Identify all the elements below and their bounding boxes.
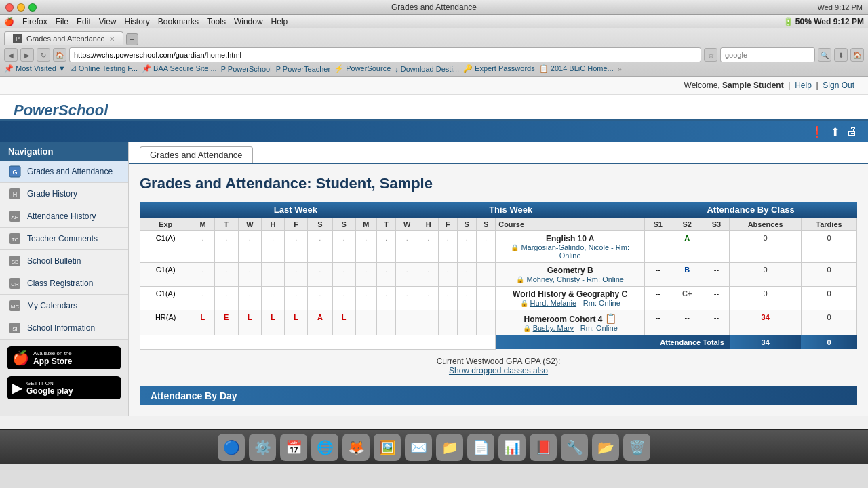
school-bulletin-icon: SB bbox=[8, 254, 22, 268]
grade-s1-1: -- bbox=[645, 263, 671, 287]
sidebar-label-grades: Grades and Attendance bbox=[27, 167, 113, 176]
cell-exp-2: C1(A) bbox=[140, 287, 191, 310]
bookmark-online-testing[interactable]: ☑ Online Testing F... bbox=[70, 64, 138, 73]
bookmark-most-visited[interactable]: 📌 Most Visited ▼ bbox=[4, 64, 66, 73]
sidebar-item-grade-history[interactable]: H Grade History bbox=[0, 183, 128, 205]
sidebar-item-teacher-comments[interactable]: TC Teacher Comments bbox=[0, 228, 128, 250]
bookmarks-bar: 📌 Most Visited ▼ ☑ Online Testing F... 📌… bbox=[4, 64, 864, 73]
bookmarks-more[interactable]: » bbox=[618, 65, 622, 73]
menu-view[interactable]: View bbox=[99, 17, 117, 26]
header-day-m1: M bbox=[191, 218, 214, 231]
forward-button[interactable]: ▶ bbox=[20, 48, 34, 62]
bookmark-star[interactable]: ☆ bbox=[704, 48, 717, 62]
bookmark-powersource[interactable]: ⚡ PowerSource bbox=[334, 64, 391, 73]
bookmark-expert-passwords[interactable]: 🔑 Expert Passwords bbox=[463, 64, 535, 73]
table-row: C1(A) . . . . . . . . . . . . bbox=[140, 231, 857, 263]
absences-3: 34 bbox=[730, 310, 802, 336]
sidebar-item-school-information[interactable]: SI School Information bbox=[0, 317, 128, 340]
menu-firefox[interactable]: Firefox bbox=[22, 17, 47, 26]
dock: 🔵 ⚙️ 📅 🌐 🦊 🖼️ ✉️ 📁 📄 📊 📕 🔧 📂 🗑️ bbox=[0, 429, 868, 464]
dock-calendar[interactable]: 📅 bbox=[280, 434, 307, 461]
google-play-badge[interactable]: ▶ GET IT ON Google play bbox=[7, 376, 121, 399]
dock-preferences[interactable]: ⚙️ bbox=[249, 434, 276, 461]
dock-docs[interactable]: 📄 bbox=[467, 434, 494, 461]
app-store-badge[interactable]: 🍎 Available on the App Store bbox=[7, 346, 121, 369]
minimize-button[interactable] bbox=[17, 3, 25, 12]
tardies-0: 0 bbox=[801, 231, 856, 263]
search-input[interactable] bbox=[720, 47, 815, 62]
dock-photos[interactable]: 🖼️ bbox=[374, 434, 401, 461]
maximize-button[interactable] bbox=[28, 3, 37, 12]
attendance-table: Last Week This Week Attendance By Class … bbox=[140, 202, 857, 350]
apple-menu[interactable]: 🍎 bbox=[4, 17, 14, 26]
close-button[interactable] bbox=[5, 3, 14, 12]
help-link[interactable]: Help bbox=[795, 81, 812, 90]
teacher-name-3[interactable]: 🔒 Busby, Mary - Rm: Online bbox=[500, 324, 640, 332]
dock-finder[interactable]: 🔵 bbox=[218, 434, 245, 461]
page-tab[interactable]: Grades and Attendance bbox=[140, 146, 253, 163]
course-name-3: Homeroom Cohort 4 📋 bbox=[500, 313, 640, 324]
dock-settings2[interactable]: 🔧 bbox=[561, 434, 588, 461]
dock-firefox[interactable]: 🦊 bbox=[342, 434, 370, 461]
teacher-name-2[interactable]: 🔒 Hurd, Melanie - Rm: Online bbox=[500, 299, 640, 307]
header-tardies: Tardies bbox=[801, 218, 856, 231]
teacher-link-1[interactable]: Mohney, Christy bbox=[526, 275, 580, 283]
sidebar-item-class-registration[interactable]: CR Class Registration bbox=[0, 272, 128, 295]
sidebar-item-grades-attendance[interactable]: G Grades and Attendance bbox=[0, 161, 128, 183]
back-button[interactable]: ◀ bbox=[4, 48, 18, 62]
bookmark-blic[interactable]: 📋 2014 BLiC Home... bbox=[539, 64, 614, 73]
sidebar-item-attendance-history[interactable]: AH Attendance History bbox=[0, 205, 128, 228]
menu-history[interactable]: History bbox=[125, 17, 150, 26]
sidebar-item-my-calendars[interactable]: MC My Calendars bbox=[0, 295, 128, 317]
bookmark-powerteacher[interactable]: P PowerTeacher bbox=[276, 65, 331, 73]
sidebar-label-attendance-history: Attendance History bbox=[27, 211, 96, 221]
home-button[interactable]: 🏠 bbox=[53, 48, 66, 62]
new-tab-button[interactable]: + bbox=[126, 33, 138, 45]
sidebar-item-school-bulletin[interactable]: SB School Bulletin bbox=[0, 250, 128, 272]
dock-drive[interactable]: 📁 bbox=[436, 434, 463, 461]
teacher-link-0[interactable]: Margosian-Galindo, Nicole bbox=[521, 243, 609, 251]
dock-folder[interactable]: 📂 bbox=[592, 434, 619, 461]
download-button[interactable]: ⬇ bbox=[834, 48, 848, 62]
sidebar: Navigation G Grades and Attendance H Gra… bbox=[0, 142, 129, 416]
welcome-username: Sample Student bbox=[722, 81, 784, 90]
menu-window[interactable]: Window bbox=[234, 17, 263, 26]
attendance-by-day-banner: Attendance By Day bbox=[140, 386, 857, 405]
dock-mail[interactable]: ✉️ bbox=[405, 434, 432, 461]
teacher-name-1[interactable]: 🔒 Mohney, Christy - Rm: Online bbox=[500, 275, 640, 283]
alert-icon[interactable]: ❗ bbox=[810, 125, 824, 138]
print-icon[interactable]: 🖨 bbox=[846, 125, 857, 138]
bookmark-download[interactable]: ↓ Download Desti... bbox=[395, 65, 459, 73]
header-s3: S3 bbox=[703, 218, 730, 231]
gpa-label: Current Westwood GPA GPA (S2): bbox=[437, 357, 561, 366]
dock-trash[interactable]: 🗑️ bbox=[623, 434, 650, 461]
show-dropped-link[interactable]: Show dropped classes also bbox=[449, 366, 548, 375]
menu-tools[interactable]: Tools bbox=[207, 17, 226, 26]
upload-icon[interactable]: ⬆ bbox=[831, 125, 840, 138]
menu-file[interactable]: File bbox=[56, 17, 68, 26]
dock-pdf[interactable]: 📕 bbox=[530, 434, 557, 461]
browser-tab[interactable]: P Grades and Attendance ✕ bbox=[4, 31, 123, 45]
grade-s3-1: -- bbox=[703, 263, 730, 287]
bookmark-baa[interactable]: 📌 BAA Secure Site ... bbox=[142, 64, 217, 73]
reload-button[interactable]: ↻ bbox=[37, 48, 50, 62]
menu-help[interactable]: Help bbox=[271, 17, 288, 26]
dock-chrome[interactable]: 🌐 bbox=[311, 434, 338, 461]
menu-bookmarks[interactable]: Bookmarks bbox=[158, 17, 199, 26]
home-nav[interactable]: 🏠 bbox=[850, 48, 864, 62]
url-input[interactable] bbox=[69, 47, 701, 62]
bookmark-powerschool[interactable]: P PowerSchool bbox=[221, 65, 272, 73]
menu-edit[interactable]: Edit bbox=[77, 17, 91, 26]
window-controls[interactable] bbox=[5, 3, 37, 12]
tab-close-icon[interactable]: ✕ bbox=[109, 35, 115, 43]
url-bar-row: ◀ ▶ ↻ 🏠 ☆ 🔍 ⬇ 🏠 bbox=[4, 47, 864, 62]
teacher-name-0[interactable]: 🔒 Margosian-Galindo, Nicole - Rm: Online bbox=[500, 243, 640, 260]
teacher-link-3[interactable]: Busby, Mary bbox=[533, 324, 574, 332]
tardies-2: 0 bbox=[801, 287, 856, 310]
search-go[interactable]: 🔍 bbox=[818, 48, 831, 62]
dock-sheets[interactable]: 📊 bbox=[498, 434, 526, 461]
svg-text:H: H bbox=[13, 191, 18, 198]
attendance-history-icon: AH bbox=[8, 209, 22, 223]
teacher-link-2[interactable]: Hurd, Melanie bbox=[530, 299, 576, 307]
signout-link[interactable]: Sign Out bbox=[823, 81, 854, 90]
